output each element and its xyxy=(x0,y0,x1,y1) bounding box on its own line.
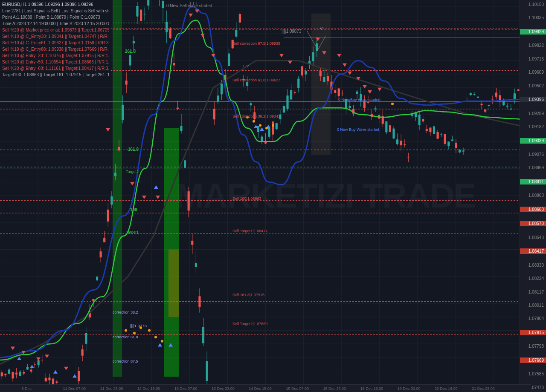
points-line: Point A:1.10089 | Point B:1.08879 | Poin… xyxy=(2,14,109,20)
time-12: 20 Dec 16:00 xyxy=(435,386,458,391)
price-10: 1.08969 xyxy=(520,165,546,170)
fib-100-label: 100 xyxy=(130,208,137,212)
info-panel: EURUSD,H1 1.09396 1.09396 1.09396 1.0939… xyxy=(0,0,111,79)
price-3: 1.09822 xyxy=(520,43,546,48)
price-5: 1.09609 xyxy=(520,70,546,75)
price-07669: 1.07669 xyxy=(520,357,546,363)
sell-1618-label: Sell 161.8|1.07915 xyxy=(232,293,264,297)
time-2: 11 Dec 07:00 xyxy=(63,386,86,391)
buy-wave-label: 0 New Buy Wave started xyxy=(337,127,379,132)
sell-line1: Sell %20 @ Market price or at: 1.09873 |… xyxy=(2,27,109,33)
price-1773-label: ||||1.0773 xyxy=(130,323,147,328)
sell-line6: Sell %20 @ Entry -50: 1.10694 || Target:… xyxy=(2,59,109,65)
price-7: 1.09289 xyxy=(520,111,546,116)
sell-wave-label: 0 New Sell wave started xyxy=(166,3,212,8)
time-11: 19 Dec 00:00 xyxy=(398,386,421,391)
time-5: 13 Dec 07:00 xyxy=(174,386,197,391)
time-3: 11 Dec 23:00 xyxy=(100,386,123,391)
price-current: 1.09396 xyxy=(520,97,546,102)
sell-line7: Sell %20 @ Entry -88: 1.11161 || Target:… xyxy=(2,65,109,72)
price-2: 1.10035 xyxy=(520,15,546,20)
price-08663: 1.08663 xyxy=(520,207,546,212)
targets-line: Target100: 1.08663 || Target 161: 1.0791… xyxy=(2,72,109,78)
time-9: 15 Dec 23:00 xyxy=(323,386,346,391)
price-4: 1.09715 xyxy=(520,57,546,61)
sell-corr-875-label: Sell correction 87.5|1.09938 xyxy=(232,41,280,46)
price-6: 1.09502 xyxy=(520,84,546,88)
price-08570: 1.08570 xyxy=(520,221,546,226)
sell-corr-618-label: Sell correction 61.8|1.09627 xyxy=(232,78,280,82)
time-6: 13 Dec 23:00 xyxy=(212,386,235,391)
price-07915: 1.07915 xyxy=(520,330,546,335)
time-1: 8 Dec xyxy=(21,386,32,391)
price-14: 1.08224 xyxy=(520,276,546,281)
sell-corr-382-label: Sell correction 38.2|1.09341 xyxy=(232,114,280,118)
time-4: 12 Dec 15:00 xyxy=(137,386,160,391)
price-8: 1.09182 xyxy=(520,124,546,129)
price-10929: 1.09929 xyxy=(520,29,546,35)
price-19: 1.07585 xyxy=(520,372,546,376)
price-09039: 1.09039 xyxy=(520,138,546,144)
time-line: Time A:2023.12.14 19:00:00 | Time B:2023… xyxy=(2,20,109,27)
sell-line4: Sell %10 @ C_Entry88: 1.09938 || Target:… xyxy=(2,46,109,52)
sell-target2-label: Sell Target2|1.07669 xyxy=(232,322,267,326)
sell-100-label: Sell 100|1.08663 xyxy=(232,196,261,201)
fib-2618-label: 261.8 xyxy=(125,49,136,54)
price-08417: 1.08417 xyxy=(520,248,546,254)
target1-label: Target1 xyxy=(126,230,139,234)
price-9: 1.09076 xyxy=(520,152,546,157)
time-8: 15 Dec 07:00 xyxy=(286,386,309,391)
target2-label: Target2 xyxy=(126,170,139,174)
price-1: 1.10150 xyxy=(520,2,546,7)
signal-line: Line:2781 | Last Signal is:Sell | Last S… xyxy=(2,8,109,14)
chart-container: EURUSD,H1 1.09396 1.09396 1.09396 1.0939… xyxy=(0,0,546,392)
fib-1618-label: 161.8 xyxy=(128,147,139,152)
price-marker-label: ||||1.09873 xyxy=(282,29,302,34)
price-11: 1.08863 xyxy=(520,193,546,198)
price-13: 1.08330 xyxy=(520,263,546,268)
price-08911: 1.08911 xyxy=(520,179,546,184)
time-7: 14 Dec 15:00 xyxy=(249,386,272,391)
time-axis: 8 Dec 11 Dec 07:00 11 Dec 23:00 12 Dec 1… xyxy=(0,384,531,392)
price-12: 1.08543 xyxy=(520,235,546,240)
price-16: 1.08011 xyxy=(520,303,546,308)
sell-target1-label: Sell Target1|1.08417 xyxy=(232,229,267,233)
sell-line5: Sell %10 @ Entry -23: 1.10375 || Target:… xyxy=(2,52,109,59)
corr-618-label: correction 61.8 xyxy=(113,335,138,339)
price-17: 1.07904 xyxy=(520,316,546,321)
time-13: 21 Dec 08:00 xyxy=(472,386,495,391)
corr-382-label: correction 38.2 xyxy=(113,310,138,314)
time-10: 18 Dec 16:00 xyxy=(360,386,383,391)
price-axis: 1.10150 1.10035 1.09929 1.09822 1.09715 … xyxy=(520,0,546,392)
sell-line2: Sell %10 @ C_Entry38: 1.09341 || Target:… xyxy=(2,33,109,40)
price-15: 1.08117 xyxy=(520,290,546,294)
corr-875-label: correction 87.5 xyxy=(113,359,138,363)
price-18: 1.07798 xyxy=(520,344,546,349)
sell-line3: Sell %10 @ C_Entry61: 1.09627 || Target:… xyxy=(2,40,109,46)
symbol-ohlc: EURUSD,H1 1.09396 1.09396 1.09396 1.0939… xyxy=(2,1,109,8)
